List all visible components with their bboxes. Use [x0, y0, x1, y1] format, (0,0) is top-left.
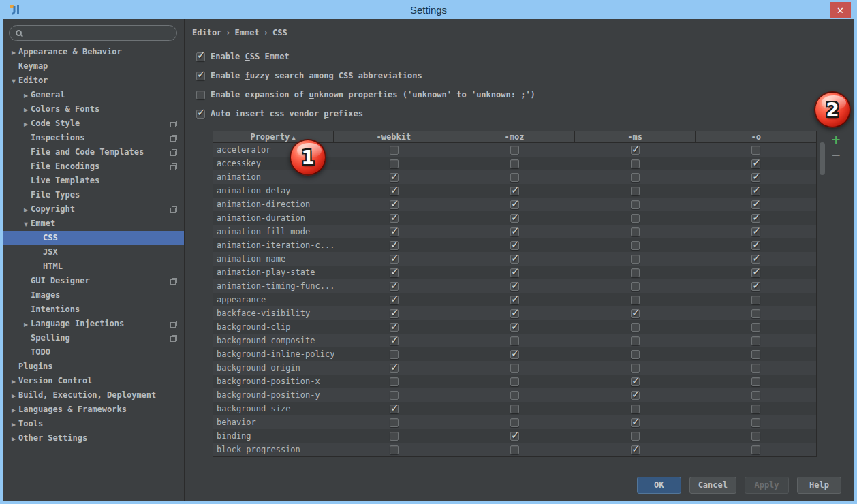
o-checkbox-background-size[interactable] [751, 405, 760, 413]
moz-checkbox-accelerator[interactable] [510, 146, 519, 155]
webkit-checkbox-animation[interactable] [390, 173, 399, 182]
table-row-animation-timing-func[interactable]: animation-timing-func... [213, 279, 816, 293]
search-input[interactable] [22, 29, 176, 38]
ms-checkbox-animation-direction[interactable] [631, 200, 640, 209]
o-checkbox-appearance[interactable] [751, 296, 760, 304]
o-checkbox-animation-delay[interactable] [751, 187, 760, 195]
moz-checkbox-animation-play-state[interactable] [510, 268, 519, 277]
sidebar-item-appearance-behavior[interactable]: ▶Appearance & Behavior [3, 45, 184, 59]
webkit-checkbox-animation-play-state[interactable] [390, 268, 399, 277]
webkit-checkbox-animation-iteration-c[interactable] [390, 241, 399, 250]
ms-checkbox-background-composite[interactable] [631, 336, 640, 345]
chevron-expanded-icon[interactable]: ▼ [9, 74, 18, 89]
table-row-animation-direction[interactable]: animation-direction [213, 198, 816, 211]
moz-checkbox-background-origin[interactable] [510, 364, 519, 373]
moz-checkbox-animation-iteration-c[interactable] [510, 241, 519, 250]
moz-checkbox-behavior[interactable] [510, 418, 519, 427]
chevron-collapsed-icon[interactable]: ▶ [21, 89, 31, 103]
ok-button[interactable]: OK [637, 477, 681, 494]
sidebar-item-emmet[interactable]: ▼Emmet [3, 217, 184, 231]
sidebar-item-editor[interactable]: ▼Editor [3, 74, 184, 88]
ms-checkbox-animation-fill-mode[interactable] [631, 227, 640, 236]
table-row-animation-iteration-c[interactable]: animation-iteration-c... [213, 238, 816, 252]
webkit-checkbox-animation-name[interactable] [390, 255, 399, 264]
sidebar-item-tools[interactable]: ▶Tools [3, 417, 184, 431]
remove-property-button[interactable]: − [828, 147, 843, 162]
o-checkbox-background-clip[interactable] [751, 323, 760, 332]
table-row-animation-delay[interactable]: animation-delay [213, 184, 816, 198]
checkbox-enable-css-emmet[interactable] [196, 52, 205, 61]
webkit-checkbox-background-position-x[interactable] [390, 377, 399, 386]
sidebar-item-html[interactable]: HTML [3, 259, 184, 274]
sidebar-item-plugins[interactable]: Plugins [3, 360, 184, 374]
webkit-checkbox-binding[interactable] [390, 432, 399, 441]
sidebar-item-colors-fonts[interactable]: ▶Colors & Fonts [3, 102, 184, 116]
sidebar-item-inspections[interactable]: Inspections [3, 131, 184, 145]
ms-checkbox-background-position-x[interactable] [631, 377, 640, 386]
ms-checkbox-background-inline-policy[interactable] [631, 350, 640, 359]
ms-checkbox-behavior[interactable] [631, 418, 640, 427]
sidebar-item-images[interactable]: Images [3, 288, 184, 302]
o-checkbox-animation-direction[interactable] [751, 200, 760, 209]
o-checkbox-behavior[interactable] [751, 418, 760, 427]
ms-checkbox-animation-play-state[interactable] [631, 268, 640, 277]
chevron-collapsed-icon[interactable]: ▶ [9, 403, 18, 418]
moz-checkbox-background-position-x[interactable] [510, 377, 519, 386]
o-checkbox-background-inline-policy[interactable] [751, 350, 760, 359]
table-row-animation-duration[interactable]: animation-duration [213, 211, 816, 225]
ms-checkbox-background-position-y[interactable] [631, 391, 640, 400]
chevron-collapsed-icon[interactable]: ▶ [21, 203, 31, 217]
webkit-checkbox-block-progression[interactable] [390, 445, 399, 454]
webkit-checkbox-animation-delay[interactable] [390, 187, 399, 195]
chevron-collapsed-icon[interactable]: ▶ [9, 46, 18, 60]
webkit-checkbox-background-origin[interactable] [390, 364, 399, 373]
moz-checkbox-accesskey[interactable] [510, 159, 519, 168]
sidebar-item-other-settings[interactable]: ▶Other Settings [3, 431, 184, 445]
o-checkbox-background-origin[interactable] [751, 364, 760, 373]
moz-checkbox-block-progression[interactable] [510, 445, 519, 454]
o-checkbox-animation-timing-func[interactable] [751, 282, 760, 291]
moz-checkbox-background-composite[interactable] [510, 336, 519, 345]
add-property-button[interactable]: + [828, 132, 843, 147]
moz-checkbox-animation-duration[interactable] [510, 214, 519, 223]
o-checkbox-background-composite[interactable] [751, 336, 760, 345]
ms-checkbox-animation-name[interactable] [631, 255, 640, 264]
ms-checkbox-background-size[interactable] [631, 405, 640, 413]
moz-checkbox-background-clip[interactable] [510, 323, 519, 332]
chevron-collapsed-icon[interactable]: ▶ [9, 389, 18, 403]
moz-checkbox-binding[interactable] [510, 432, 519, 441]
sidebar-item-spelling[interactable]: Spelling [3, 331, 184, 345]
ms-checkbox-accesskey[interactable] [631, 159, 640, 168]
moz-checkbox-animation-name[interactable] [510, 255, 519, 264]
chevron-collapsed-icon[interactable]: ▶ [21, 317, 31, 332]
webkit-checkbox-background-composite[interactable] [390, 336, 399, 345]
moz-checkbox-background-position-y[interactable] [510, 391, 519, 400]
moz-checkbox-background-size[interactable] [510, 405, 519, 413]
settings-search-box[interactable] [9, 25, 177, 41]
ms-checkbox-animation-duration[interactable] [631, 214, 640, 223]
scrollbar-thumb[interactable] [820, 142, 825, 175]
table-row-background-origin[interactable]: background-origin [213, 361, 816, 375]
o-checkbox-accesskey[interactable] [751, 159, 760, 168]
sidebar-item-keymap[interactable]: Keymap [3, 59, 184, 74]
ms-checkbox-accelerator[interactable] [631, 146, 640, 155]
webkit-checkbox-backface-visibility[interactable] [390, 309, 399, 318]
ms-checkbox-backface-visibility[interactable] [631, 309, 640, 318]
sidebar-item-file-and-code-templates[interactable]: File and Code Templates [3, 145, 184, 159]
column-header-moz[interactable]: -moz [454, 131, 575, 142]
sidebar-item-language-injections[interactable]: ▶Language Injections [3, 317, 184, 331]
moz-checkbox-animation-timing-func[interactable] [510, 282, 519, 291]
webkit-checkbox-background-size[interactable] [390, 405, 399, 413]
ms-checkbox-animation-delay[interactable] [631, 187, 640, 195]
webkit-checkbox-accesskey[interactable] [390, 159, 399, 168]
chevron-collapsed-icon[interactable]: ▶ [9, 418, 18, 432]
sidebar-item-gui-designer[interactable]: GUI Designer [3, 274, 184, 288]
ms-checkbox-block-progression[interactable] [631, 445, 640, 454]
chevron-collapsed-icon[interactable]: ▶ [21, 103, 31, 117]
table-row-binding[interactable]: binding [213, 429, 816, 443]
ms-checkbox-animation-timing-func[interactable] [631, 282, 640, 291]
table-row-appearance[interactable]: appearance [213, 293, 816, 306]
column-header-o[interactable]: -o [696, 131, 816, 142]
o-checkbox-accelerator[interactable] [751, 146, 760, 155]
webkit-checkbox-animation-direction[interactable] [390, 200, 399, 209]
